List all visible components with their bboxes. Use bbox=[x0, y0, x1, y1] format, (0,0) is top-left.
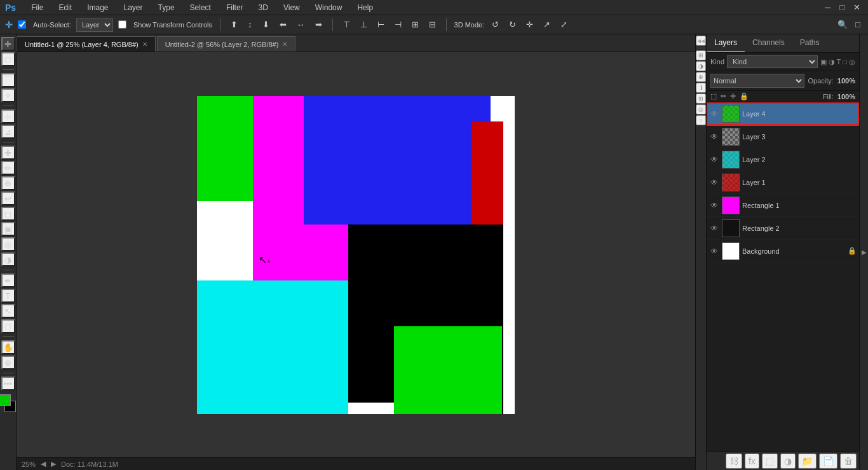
workspace-btn[interactable]: □ bbox=[853, 18, 863, 31]
blend-mode-select[interactable]: Normal bbox=[710, 74, 804, 88]
eyedropper-tool[interactable]: ⊿ bbox=[1, 125, 15, 139]
marquee-tool[interactable]: □ bbox=[1, 52, 15, 66]
blur-tool[interactable]: ◎ bbox=[1, 237, 15, 251]
distribute-bottom-btn[interactable]: ⊢ bbox=[375, 18, 387, 31]
status-arrow-right[interactable]: ▶ bbox=[51, 460, 56, 468]
restore-btn[interactable]: □ bbox=[837, 1, 847, 13]
crop-tool[interactable]: ⊹ bbox=[1, 109, 15, 123]
menu-edit[interactable]: Edit bbox=[56, 2, 74, 13]
tab-channels[interactable]: Channels bbox=[745, 34, 792, 52]
type-tool[interactable]: T bbox=[1, 289, 15, 303]
layer-item-4[interactable]: 👁 Layer 4 bbox=[707, 102, 859, 125]
search-btn[interactable]: 🔍 bbox=[835, 18, 850, 31]
tab-1-close[interactable]: ✕ bbox=[282, 41, 287, 48]
distribute-top-btn[interactable]: ⊤ bbox=[341, 18, 353, 31]
tab-1[interactable]: Untitled-2 @ 56% (Layer 2, RGB/8#) ✕ bbox=[157, 36, 296, 52]
filter-smart-icon[interactable]: ◎ bbox=[849, 58, 855, 66]
scale-3d-btn[interactable]: ⤢ bbox=[558, 18, 570, 31]
hand-tool[interactable]: ✋ bbox=[1, 340, 15, 354]
layer-2-eye[interactable]: 👁 bbox=[709, 155, 719, 164]
distribute-left-btn[interactable]: ⊣ bbox=[392, 18, 404, 31]
menu-image[interactable]: Image bbox=[85, 2, 111, 13]
menu-select[interactable]: Select bbox=[187, 2, 214, 13]
distribute-horiz-btn[interactable]: ⊞ bbox=[409, 18, 421, 31]
lock-position-icon[interactable]: ✛ bbox=[730, 92, 736, 100]
color-swatches[interactable] bbox=[0, 394, 17, 412]
status-arrow-left[interactable]: ◀ bbox=[41, 460, 46, 468]
lock-paint-icon[interactable]: ✏ bbox=[721, 92, 726, 100]
new-group-btn[interactable]: 📁 bbox=[798, 453, 817, 469]
grid-btn[interactable]: ⊞ bbox=[696, 93, 706, 104]
tab-layers[interactable]: Layers bbox=[707, 34, 745, 52]
right-collapse-handle[interactable]: ▶ bbox=[859, 34, 868, 470]
distribute-right-btn[interactable]: ⊟ bbox=[426, 18, 438, 31]
misc-tool[interactable]: ••• bbox=[1, 377, 15, 391]
shape-tool[interactable]: □ bbox=[1, 319, 15, 333]
layer-item-2[interactable]: 👁 Layer 2 bbox=[707, 148, 859, 171]
circle2-btn[interactable]: ○ bbox=[696, 115, 706, 125]
layer-1-eye[interactable]: 👁 bbox=[709, 178, 719, 187]
lock-all-icon[interactable]: 🔒 bbox=[740, 92, 749, 100]
tab-0-close[interactable]: ✕ bbox=[142, 41, 147, 48]
filter-pixel-icon[interactable]: ▣ bbox=[820, 58, 827, 66]
move-tool[interactable]: ✛ bbox=[1, 37, 15, 51]
align-top-btn[interactable]: ⬆ bbox=[228, 18, 240, 31]
align-vert-center-btn[interactable]: ↕ bbox=[245, 18, 255, 31]
minimize-btn[interactable]: ─ bbox=[822, 1, 833, 13]
menu-file[interactable]: File bbox=[29, 2, 46, 13]
layer-3-eye[interactable]: 👁 bbox=[709, 132, 719, 141]
info-btn[interactable]: ℹ bbox=[696, 83, 706, 93]
lock-transparent-icon[interactable]: ⬚ bbox=[710, 92, 717, 100]
auto-select-type[interactable]: Layer bbox=[76, 18, 113, 32]
healing-tool[interactable]: ✚ bbox=[1, 146, 15, 160]
roll-3d-btn[interactable]: ↻ bbox=[506, 18, 519, 31]
close-btn[interactable]: ✕ bbox=[851, 1, 863, 13]
layer-4-eye[interactable]: 👁 bbox=[709, 109, 719, 118]
lasso-tool[interactable]: ⌒ bbox=[1, 73, 15, 87]
eraser-tool[interactable]: ◻ bbox=[1, 207, 15, 221]
filter-shape-icon[interactable]: □ bbox=[843, 58, 847, 66]
style-btn[interactable]: ⊕ bbox=[696, 72, 706, 82]
circle-btn[interactable]: ◎ bbox=[696, 104, 706, 114]
clone-tool[interactable]: ⊕ bbox=[1, 176, 15, 190]
new-layer-btn[interactable]: 📄 bbox=[819, 453, 837, 469]
filter-type-icon[interactable]: T bbox=[837, 58, 841, 66]
auto-select-checkbox[interactable] bbox=[18, 20, 26, 29]
foreground-color[interactable] bbox=[0, 394, 11, 406]
menu-help[interactable]: Help bbox=[355, 2, 376, 13]
pen-tool[interactable]: ✒ bbox=[1, 273, 15, 287]
rotate-3d-btn[interactable]: ↺ bbox=[489, 18, 501, 31]
pan-3d-btn[interactable]: ✛ bbox=[524, 18, 536, 31]
align-bottom-btn[interactable]: ⬇ bbox=[260, 18, 272, 31]
delete-layer-btn[interactable]: 🗑 bbox=[840, 453, 857, 469]
align-right-btn[interactable]: ➡ bbox=[313, 18, 325, 31]
bg-eye[interactable]: 👁 bbox=[709, 247, 719, 256]
tab-0[interactable]: Untitled-1 @ 25% (Layer 4, RGB/8#) ✕ bbox=[17, 36, 156, 52]
magic-wand-tool[interactable]: ✧ bbox=[1, 88, 15, 102]
adjustment-layer-btn[interactable]: ◑ bbox=[780, 453, 796, 469]
layer-item-rect2[interactable]: 👁 Rectangle 2 bbox=[707, 217, 859, 240]
align-horiz-center-btn[interactable]: ↔ bbox=[294, 18, 308, 31]
filter-fx-btn[interactable]: ⊞ bbox=[696, 50, 706, 60]
layer-item-rect1[interactable]: 👁 Rectangle 1 bbox=[707, 194, 859, 217]
gradient-tool[interactable]: ▣ bbox=[1, 222, 15, 236]
path-select-tool[interactable]: ↖ bbox=[1, 304, 15, 318]
distribute-vert-btn[interactable]: ⊥ bbox=[358, 18, 370, 31]
menu-3d[interactable]: 3D bbox=[256, 2, 271, 13]
fx-btn[interactable]: fx bbox=[745, 453, 759, 469]
history-brush-tool[interactable]: ↩ bbox=[1, 191, 15, 205]
align-left-btn[interactable]: ⬅ bbox=[277, 18, 289, 31]
layer-item-bg[interactable]: 👁 Background 🔒 bbox=[707, 240, 859, 263]
dodge-tool[interactable]: ◑ bbox=[1, 252, 15, 266]
menu-filter[interactable]: Filter bbox=[224, 2, 246, 13]
rect2-eye[interactable]: 👁 bbox=[709, 224, 719, 233]
brush-tool[interactable]: ✏ bbox=[1, 161, 15, 175]
filter-adjust-icon[interactable]: ◑ bbox=[829, 58, 835, 66]
adjustment-btn[interactable]: ◑ bbox=[696, 61, 706, 71]
link-layers-btn[interactable]: ⛓ bbox=[726, 453, 742, 469]
zoom-tool[interactable]: ⊕ bbox=[1, 356, 15, 370]
rect1-eye[interactable]: 👁 bbox=[709, 201, 719, 210]
menu-type[interactable]: Type bbox=[156, 2, 177, 13]
layer-item-1[interactable]: 👁 Layer 1 bbox=[707, 171, 859, 194]
tab-paths[interactable]: Paths bbox=[792, 34, 827, 52]
